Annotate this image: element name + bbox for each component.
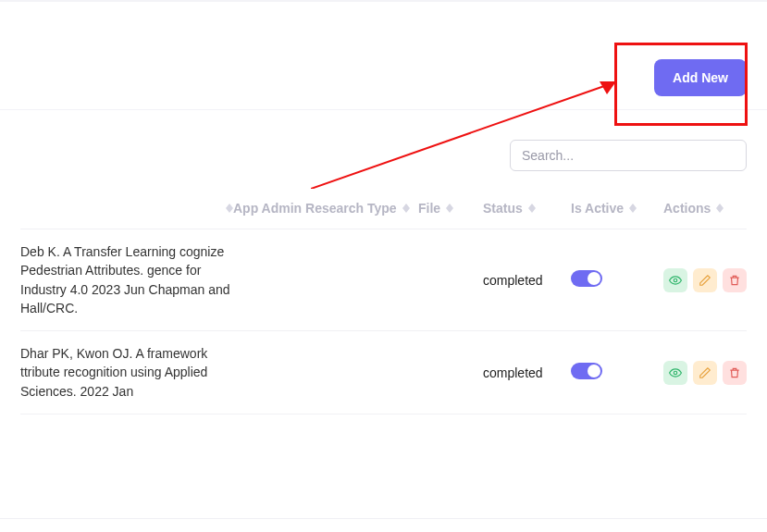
trash-icon [728, 274, 741, 287]
edit-button[interactable] [693, 361, 717, 385]
col-header-type-label: App Admin Research Type [233, 201, 397, 216]
active-toggle[interactable] [571, 270, 602, 287]
col-header-active[interactable]: Is Active [571, 201, 663, 216]
cell-description: Deb K. A Transfer Learning cognize Pedes… [20, 242, 233, 317]
col-header-file[interactable]: File [418, 201, 483, 216]
page-header: Add New [0, 46, 767, 110]
table-header: App Admin Research Type File Status Is A… [20, 179, 747, 229]
cell-status: completed [483, 273, 571, 288]
sort-icon [446, 204, 453, 213]
cell-active [571, 270, 663, 290]
add-new-button[interactable]: Add New [654, 59, 747, 96]
footer-divider [0, 518, 767, 519]
pencil-icon [699, 274, 711, 287]
sort-icon [226, 204, 233, 213]
cell-actions [663, 361, 747, 385]
sort-icon [528, 204, 536, 213]
cell-actions [663, 268, 747, 292]
cell-active [571, 363, 663, 382]
col-header-active-label: Is Active [571, 201, 624, 216]
table-row: Deb K. A Transfer Learning cognize Pedes… [20, 229, 747, 331]
svg-point-0 [674, 278, 677, 282]
col-header-description[interactable] [20, 204, 233, 213]
col-header-type[interactable]: App Admin Research Type [233, 201, 418, 216]
toolbar [0, 110, 767, 179]
eye-icon [669, 366, 682, 379]
search-input[interactable] [510, 140, 747, 171]
trash-icon [728, 366, 741, 379]
eye-icon [669, 274, 682, 287]
view-button[interactable] [663, 268, 687, 292]
edit-button[interactable] [693, 268, 717, 292]
pencil-icon [699, 366, 711, 379]
col-header-actions[interactable]: Actions [663, 201, 747, 216]
sort-icon [629, 204, 637, 213]
top-divider [0, 0, 767, 2]
cell-description: Dhar PK, Kwon OJ. A framework ttribute r… [20, 344, 233, 401]
col-header-actions-label: Actions [663, 201, 711, 216]
sort-icon [716, 204, 724, 213]
col-header-file-label: File [418, 201, 440, 216]
sort-icon [402, 204, 410, 213]
cell-status: completed [483, 365, 571, 380]
delete-button[interactable] [723, 361, 747, 385]
col-header-status-label: Status [483, 201, 523, 216]
delete-button[interactable] [723, 268, 747, 292]
col-header-status[interactable]: Status [483, 201, 571, 216]
table-row: Dhar PK, Kwon OJ. A framework ttribute r… [20, 331, 747, 414]
research-table: App Admin Research Type File Status Is A… [0, 179, 767, 414]
view-button[interactable] [663, 361, 687, 385]
svg-point-1 [674, 371, 677, 375]
active-toggle[interactable] [571, 363, 602, 379]
